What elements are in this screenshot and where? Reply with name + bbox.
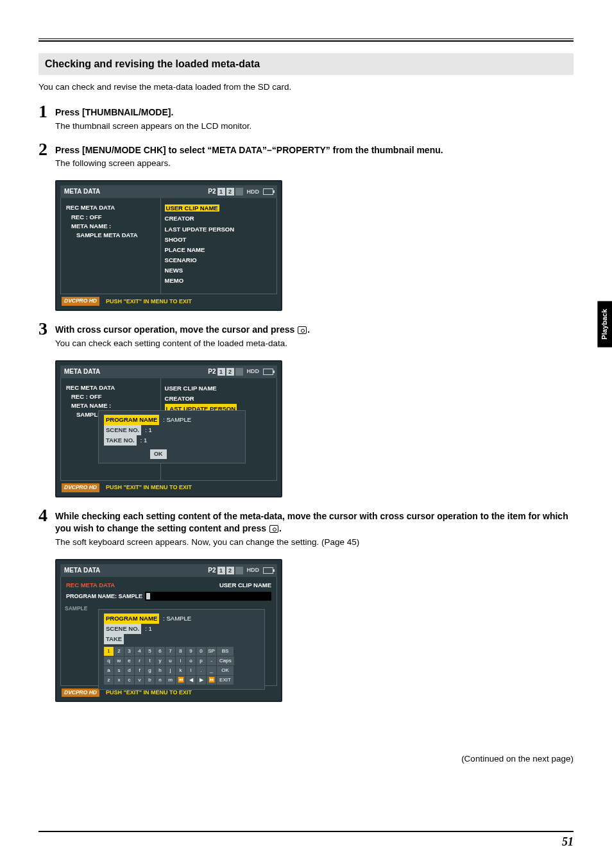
keyboard-key: BS [217, 647, 234, 656]
keyboard-key: 0 [196, 647, 206, 656]
keyboard-key: 3 [124, 647, 134, 656]
soft-keyboard: 1234567890SPBS qwertyuiop-Caps asdfghjkl… [104, 647, 259, 685]
slot-2-icon: 2 [226, 567, 234, 574]
p2-label: P2 [208, 187, 216, 196]
lcd-footer-text: PUSH "EXIT" IN MENU TO EXIT [106, 689, 192, 697]
scene-no-label: SCENE NO. [104, 624, 141, 634]
keyboard-key: j [166, 666, 175, 675]
keyboard-key: 6 [155, 647, 165, 656]
keyboard-key: p [196, 656, 206, 665]
step-3-desc: You can check each setting content of th… [55, 338, 574, 350]
step-number: 2 [38, 140, 55, 158]
keyboard-key: Caps [217, 656, 234, 665]
meta-name-label: META NAME : [66, 401, 155, 410]
lcd-title: META DATA [64, 367, 100, 376]
keyboard-key: g [145, 666, 155, 675]
keyboard-key: EXIT [217, 676, 234, 685]
lcd-title: META DATA [64, 566, 100, 575]
keyboard-key: - [207, 656, 216, 665]
step-number: 3 [38, 320, 55, 338]
slot-2-icon: 2 [226, 368, 234, 376]
slot-1-icon: 1 [217, 368, 225, 376]
step-4-desc: The soft keyboard screen appears. Now, y… [55, 537, 574, 549]
section-header: Checking and revising the loaded meta-da… [38, 53, 574, 75]
continued-note: (Continued on the next page) [38, 753, 574, 765]
step-4-title: While checking each setting content of t… [55, 510, 574, 535]
battery-icon [263, 188, 273, 195]
place-name-item: PLACE NAME [165, 245, 273, 255]
keyboard-key: x [114, 676, 124, 685]
keyboard-key: ◀ [186, 676, 196, 685]
step-1-title: Press [THUMBNAIL/MODE]. [55, 106, 574, 119]
scene-no-value: : 1 [145, 425, 152, 435]
rec-status: REC : OFF [66, 392, 155, 401]
news-item: NEWS [165, 265, 273, 276]
step-number: 1 [38, 103, 55, 121]
text-input-box [145, 592, 271, 601]
battery-icon [263, 567, 273, 574]
keyboard-key: f [135, 666, 144, 675]
slot-inactive-icon [235, 368, 243, 376]
dvcpro-badge: DVCPRO HD [62, 483, 99, 492]
keyboard-key: 9 [186, 647, 196, 656]
set-button-icon [298, 326, 307, 334]
overlay-panel: PROGRAM NAME: SAMPLE SCENE NO.: 1 TAKE N… [98, 410, 246, 464]
page-number: 51 [562, 834, 574, 850]
lcd-screenshot-1: META DATA P2 1 2 HDD REC META DATA REC :… [55, 180, 282, 311]
slot-inactive-icon [235, 188, 243, 196]
keyboard-key: l [186, 666, 196, 675]
slot-inactive-icon [235, 567, 243, 574]
keyboard-key: ⏩ [207, 676, 216, 685]
shoot-item: SHOOT [165, 235, 273, 245]
p2-label: P2 [208, 367, 216, 376]
keyboard-key: w [114, 656, 124, 665]
keyboard-key: n [155, 676, 165, 685]
user-clip-name-item: USER CLIP NAME [165, 204, 219, 212]
meta-name-label: META NAME : [66, 222, 155, 231]
p2-label: P2 [208, 566, 216, 575]
last-update-person-item: LAST UPDATE PERSON [165, 224, 273, 235]
keyboard-key: . [196, 666, 206, 675]
keyboard-key: k [176, 666, 185, 675]
scenario-item: SCENARIO [165, 255, 273, 265]
keyboard-key: SP [207, 647, 216, 656]
keyboard-key: r [135, 656, 144, 665]
keyboard-key: 5 [145, 647, 155, 656]
take-label: TAKE [104, 634, 124, 644]
hdd-label: HDD [247, 566, 260, 574]
set-button-icon [269, 525, 278, 533]
step-number: 4 [38, 506, 55, 524]
keyboard-key: 4 [135, 647, 144, 656]
keyboard-key: d [124, 666, 134, 675]
rec-meta-data-label: REC META DATA [66, 383, 155, 392]
keyboard-key: h [155, 666, 165, 675]
hdd-label: HDD [247, 367, 260, 376]
slot-1-icon: 1 [217, 567, 225, 574]
keyboard-key: _ [207, 666, 216, 675]
step-2-title: Press [MENU/MODE CHK] to select “META DA… [55, 144, 574, 157]
lcd-screenshot-3: META DATA P2 1 2 HDD REC META DATA USER … [55, 559, 282, 703]
step-3-title: With cross cursor operation, move the cu… [55, 324, 574, 337]
keyboard-key: ⏪ [176, 676, 185, 685]
slot-2-icon: 2 [226, 188, 234, 196]
memo-item: MEMO [165, 276, 273, 286]
keyboard-key: e [124, 656, 134, 665]
hdd-label: HDD [247, 188, 260, 196]
keyboard-key: 8 [176, 647, 185, 656]
keyboard-key: 2 [114, 647, 124, 656]
dvcpro-badge: DVCPRO HD [62, 689, 99, 697]
slot-1-icon: 1 [217, 188, 225, 196]
program-name-input-label: PROGRAM NAME: SAMPLE [66, 592, 142, 601]
keyboard-key: t [145, 656, 155, 665]
program-name-label: PROGRAM NAME [104, 613, 159, 624]
creator-item: CREATOR [165, 394, 273, 404]
take-no-label: TAKE NO. [104, 435, 137, 446]
meta-name-value: SAMPLE META DATA [66, 231, 155, 240]
step-4: 4 While checking each setting content of… [38, 509, 574, 549]
step-1-desc: The thumbnail screen appears on the LCD … [55, 121, 574, 133]
overlay-panel: PROGRAM NAME: SAMPLE SCENE NO.: 1 TAKE 1… [98, 609, 265, 690]
user-clip-name-label: USER CLIP NAME [219, 581, 271, 589]
user-clip-name-item: USER CLIP NAME [165, 383, 273, 394]
intro-text: You can check and revise the meta-data l… [38, 81, 574, 94]
step-2-desc: The following screen appears. [55, 158, 574, 170]
